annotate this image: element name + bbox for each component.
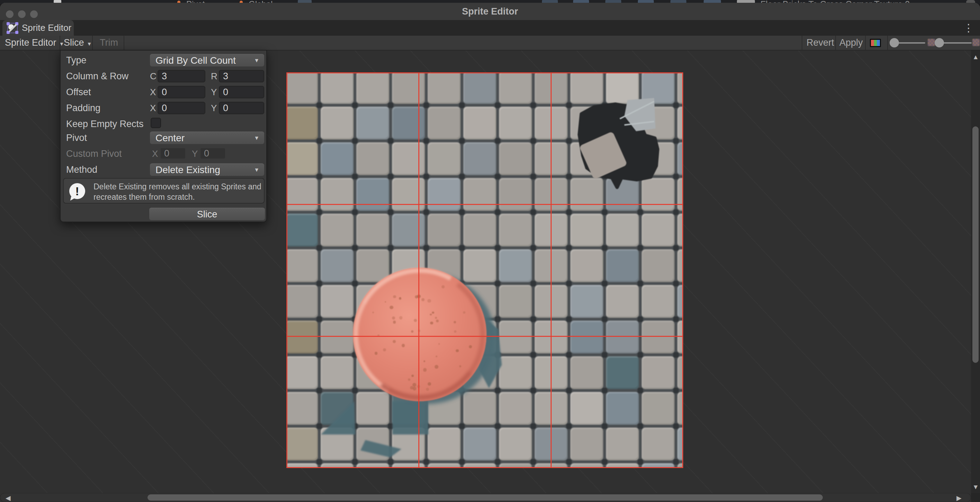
zoom-texture-icon [972, 39, 980, 46]
keep-empty-rects-checkbox[interactable] [151, 118, 161, 128]
tab-sprite-editor[interactable]: Sprite Editor [2, 20, 74, 36]
caret-down-icon: ▼ [254, 135, 264, 141]
color-channels-icon[interactable] [870, 39, 881, 47]
broken-hole [286, 72, 683, 468]
vertical-scrollbar[interactable]: ▲ ▼ [971, 51, 980, 493]
custom-pivot-x-input [160, 148, 186, 159]
scroll-left-icon[interactable]: ◀ [6, 494, 11, 502]
toolbar-separator [865, 36, 866, 50]
slice-grid-line-horizontal [286, 336, 683, 337]
caret-down-icon: ▼ [254, 57, 264, 64]
sprite-editor-icon [6, 22, 18, 34]
keep-empty-rects-label: Keep Empty Rects [66, 118, 144, 130]
type-label: Type [66, 54, 87, 67]
row-input[interactable] [219, 70, 264, 83]
custom-pivot-y-input [200, 148, 226, 159]
zoom-slider-knob[interactable] [935, 38, 944, 48]
mip-slider-knob[interactable] [889, 38, 899, 48]
tab-bar: Sprite Editor ⋮ [0, 20, 980, 36]
warning-bubble-icon: ! [69, 183, 85, 199]
caret-down-icon: ▼ [254, 167, 264, 173]
offset-y-input[interactable] [219, 86, 264, 98]
revert-button[interactable]: Revert [807, 36, 834, 50]
scroll-down-icon[interactable]: ▼ [972, 483, 979, 491]
scroll-up-icon[interactable]: ▲ [972, 53, 979, 61]
y-prefix: Y [192, 148, 198, 160]
title-bar: Sprite Editor [0, 3, 980, 20]
pivot-label: Pivot [66, 132, 87, 144]
c-prefix: C [150, 70, 156, 83]
method-label: Method [66, 164, 97, 176]
type-dropdown[interactable]: Grid By Cell Count ▼ [150, 54, 264, 67]
sprite-editor-toolbar: Sprite Editor▼ Slice▼ Trim Revert Apply [0, 36, 980, 51]
padding-x-input[interactable] [158, 102, 205, 114]
custom-pivot-label: Custom Pivot [66, 148, 122, 160]
slice-grid-line-vertical [550, 72, 552, 468]
method-info-text: Delete Existing removes all existing Spr… [94, 181, 261, 202]
padding-y-input[interactable] [219, 102, 264, 114]
sprite-sheet-canvas[interactable] [286, 72, 683, 468]
toolbar-separator [92, 36, 93, 50]
toolbar-separator [60, 36, 60, 50]
scrollbar-corner [971, 493, 980, 502]
sprite-editor-menu[interactable]: Sprite Editor▼ [5, 36, 64, 50]
window-title: Sprite Editor [0, 3, 980, 20]
y-prefix: Y [211, 102, 217, 114]
trim-button[interactable]: Trim [100, 36, 118, 50]
zoom-slider-track[interactable] [939, 42, 972, 44]
tab-label: Sprite Editor [22, 22, 72, 33]
slice-menu[interactable]: Slice▼ [64, 36, 92, 50]
offset-label: Offset [66, 86, 91, 98]
caret-down-icon: ▼ [87, 41, 92, 47]
column-row-label: Column & Row [66, 70, 129, 83]
slice-grid-line-vertical [418, 72, 419, 468]
x-prefix: X [150, 102, 156, 114]
horizontal-scrollbar-thumb[interactable] [148, 494, 823, 500]
padding-label: Padding [66, 102, 100, 114]
mip-texture-icon [928, 39, 935, 46]
horizontal-scrollbar[interactable]: ◀ ▶ [0, 493, 971, 502]
r-prefix: R [211, 70, 218, 83]
toolbar-separator [887, 36, 888, 50]
x-prefix: X [152, 148, 158, 160]
method-dropdown[interactable]: Delete Existing ▼ [150, 164, 264, 176]
vertical-scrollbar-thumb[interactable] [972, 126, 978, 363]
sprite-editor-window: Sprite Editor Sprite Editor ⋮ Sprite Edi… [0, 3, 980, 502]
slice-grid-line-horizontal [286, 204, 683, 205]
pivot-dropdown[interactable]: Center ▼ [150, 132, 264, 144]
column-input[interactable] [158, 70, 205, 83]
x-prefix: X [150, 86, 156, 98]
toolbar-separator [835, 36, 836, 50]
offset-x-input[interactable] [158, 86, 205, 98]
scroll-right-icon[interactable]: ▶ [956, 494, 962, 502]
apply-button[interactable]: Apply [839, 36, 863, 50]
method-info-box: ! Delete Existing removes all existing S… [63, 178, 264, 203]
slice-button[interactable]: Slice [149, 208, 265, 220]
slice-panel: Type Grid By Cell Count ▼ Column & Row C… [60, 50, 267, 222]
toolbar-separator [802, 36, 802, 50]
tab-menu-kebab-icon[interactable]: ⋮ [963, 21, 974, 35]
y-prefix: Y [211, 86, 217, 98]
toolbar-separator [124, 36, 124, 50]
